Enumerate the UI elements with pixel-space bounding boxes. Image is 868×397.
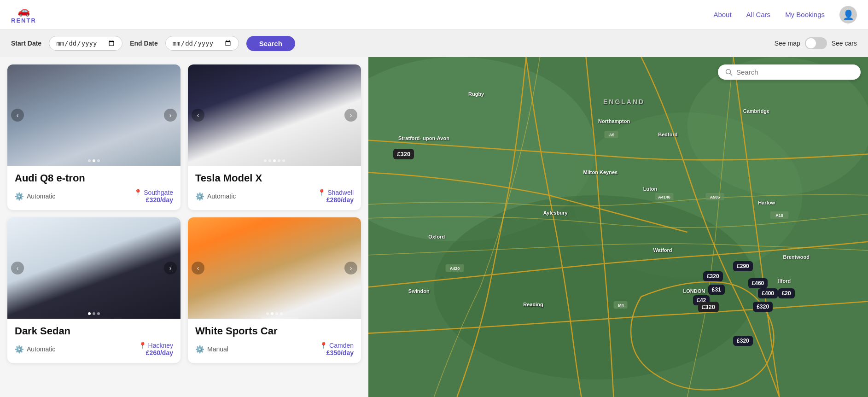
svg-text:A4146: A4146 xyxy=(658,195,670,199)
gear-icon: ⚙️ xyxy=(195,345,204,354)
carousel-arrow-left[interactable]: ‹ xyxy=(11,262,24,274)
car-image-wrapper: ‹ › xyxy=(188,217,361,319)
price-marker[interactable]: £320 xyxy=(753,302,773,312)
see-cars-label: See cars xyxy=(832,40,857,47)
car-image-wrapper: ‹ › xyxy=(188,64,361,166)
nav-about[interactable]: About xyxy=(713,11,731,18)
price-marker[interactable]: £460 xyxy=(748,278,768,288)
nav-my-bookings[interactable]: My Bookings xyxy=(785,11,825,18)
car-name: Tesla Model X xyxy=(195,172,354,184)
logo-text: RENTR xyxy=(11,17,36,24)
car-location-price: 📍 Shadwell £280/day xyxy=(318,189,354,204)
nav-all-cars[interactable]: All Cars xyxy=(746,11,771,18)
carousel-dot xyxy=(88,159,91,162)
carousel-arrow-left[interactable]: ‹ xyxy=(11,109,24,122)
carousel-dot xyxy=(275,312,278,315)
nav: About All Cars My Bookings 👤 xyxy=(713,6,857,23)
car-info: Dark Sedan ⚙️ Automatic 📍 Hackney £260/d… xyxy=(7,319,181,363)
car-card-tesla-model-x[interactable]: ‹ › Tesla Model X ⚙️ Automatic 📍 Shadwel… xyxy=(188,64,361,210)
car-image xyxy=(7,64,181,166)
user-avatar[interactable]: 👤 xyxy=(839,6,857,23)
price-marker[interactable]: £320 xyxy=(703,271,723,281)
car-name: Dark Sedan xyxy=(15,325,173,337)
map-search-box xyxy=(718,64,861,80)
price-marker[interactable]: £320 xyxy=(733,336,753,346)
price-marker[interactable]: £320 xyxy=(393,149,414,159)
location-pin-icon: 📍 xyxy=(139,342,146,349)
carousel-dot xyxy=(264,159,267,162)
car-location: 📍 Hackney xyxy=(139,342,173,349)
location-name: Camden xyxy=(329,342,354,349)
svg-text:A10: A10 xyxy=(775,213,783,218)
price-marker[interactable]: £20 xyxy=(778,288,795,298)
svg-text:A5: A5 xyxy=(609,133,615,137)
car-transmission: ⚙️ Automatic xyxy=(15,345,55,354)
carousel-arrow-right[interactable]: › xyxy=(164,262,177,274)
map-cars-toggle[interactable] xyxy=(805,37,827,49)
car-location: 📍 Southgate xyxy=(134,189,173,196)
carousel-arrow-left[interactable]: ‹ xyxy=(192,262,204,274)
carousel-dot xyxy=(273,159,276,162)
see-map-label: See map xyxy=(775,40,800,47)
header: 🚗 RENTR About All Cars My Bookings 👤 xyxy=(0,0,868,29)
car-transmission: ⚙️ Automatic xyxy=(15,192,55,201)
carousel-dot xyxy=(280,312,283,315)
svg-text:A420: A420 xyxy=(450,266,460,271)
price-marker[interactable]: £290 xyxy=(733,261,753,271)
map-search-input[interactable] xyxy=(736,68,853,76)
car-transmission: ⚙️ Manual xyxy=(195,345,228,354)
svg-line-18 xyxy=(730,73,733,76)
location-name: Southgate xyxy=(144,189,173,196)
carousel-dot xyxy=(93,312,95,315)
car-location-price: 📍 Camden £350/day xyxy=(320,342,354,356)
price-marker[interactable]: £31 xyxy=(708,285,725,295)
car-name: White Sports Car xyxy=(195,325,354,337)
carousel-arrow-right[interactable]: › xyxy=(344,262,357,274)
car-price: £280/day xyxy=(318,196,354,204)
location-pin-icon: 📍 xyxy=(318,189,326,196)
location-name: Hackney xyxy=(148,342,173,349)
car-price: £320/day xyxy=(134,196,173,204)
carousel-arrow-right[interactable]: › xyxy=(344,109,357,122)
carousel-dots xyxy=(264,159,285,162)
car-image xyxy=(188,64,361,166)
car-card-white-sports[interactable]: ‹ › White Sports Car ⚙️ Manual 📍 Camden xyxy=(188,217,361,363)
map-roads-svg: A5 A4146 A505 A10 A420 M4 xyxy=(368,57,868,397)
car-image-wrapper: ‹ › xyxy=(7,217,181,319)
carousel-arrow-left[interactable]: ‹ xyxy=(192,109,204,122)
car-location: 📍 Shadwell xyxy=(318,189,354,196)
location-name: Shadwell xyxy=(327,189,354,196)
carousel-dot xyxy=(282,159,285,162)
transmission-label: Automatic xyxy=(27,345,55,353)
car-location: 📍 Camden xyxy=(320,342,354,349)
carousel-dot xyxy=(266,312,269,315)
price-marker[interactable]: £320 xyxy=(698,302,719,312)
car-price: £350/day xyxy=(320,349,354,356)
car-image xyxy=(188,217,361,319)
svg-text:A505: A505 xyxy=(710,195,720,199)
car-card-audi-q8[interactable]: ‹ › Audi Q8 e-tron ⚙️ Automatic 📍 Southg… xyxy=(7,64,181,210)
carousel-dot xyxy=(271,312,274,315)
car-image xyxy=(7,217,181,319)
start-date-input[interactable] xyxy=(49,36,122,51)
transmission-label: Automatic xyxy=(207,193,236,200)
gear-icon: ⚙️ xyxy=(15,345,24,354)
transmission-label: Manual xyxy=(207,345,228,353)
logo-icon: 🚗 xyxy=(17,5,30,17)
end-date-input[interactable] xyxy=(165,36,239,51)
car-name: Audi Q8 e-tron xyxy=(15,172,173,184)
car-transmission: ⚙️ Automatic xyxy=(195,192,236,201)
car-info: White Sports Car ⚙️ Manual 📍 Camden £350… xyxy=(188,319,361,363)
map-search-icon xyxy=(725,69,733,76)
carousel-arrow-right[interactable]: › xyxy=(164,109,177,122)
carousel-dots xyxy=(88,159,100,162)
toggle-section: See map See cars xyxy=(775,37,857,49)
car-card-dark-sedan[interactable]: ‹ › Dark Sedan ⚙️ Automatic 📍 Hackney xyxy=(7,217,181,363)
carousel-dot xyxy=(97,312,100,315)
search-button[interactable]: Search xyxy=(246,36,295,51)
price-marker[interactable]: £400 xyxy=(758,288,778,298)
transmission-label: Automatic xyxy=(27,193,55,200)
car-details: ⚙️ Automatic 📍 Southgate £320/day xyxy=(15,189,173,204)
svg-text:M4: M4 xyxy=(618,303,624,308)
logo[interactable]: 🚗 RENTR xyxy=(11,5,36,24)
